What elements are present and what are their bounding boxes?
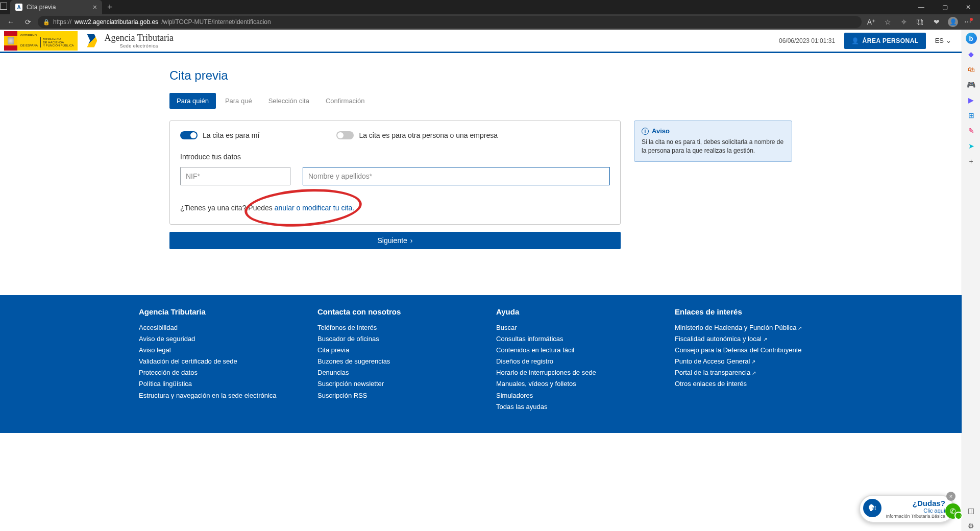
close-window-button[interactable]: ✕	[957, 0, 980, 14]
url-path: /wlpl/TOCP-MUTE/internet/identificacion	[161, 18, 271, 26]
browser-chrome: A Cita previa × + ― ▢ ✕ ← ⟳ 🔒 https://ww…	[0, 0, 980, 30]
address-bar[interactable]: 🔒 https://www2.agenciatributaria.gob.es/…	[38, 16, 862, 28]
url-host: www2.agenciatributaria.gob.es	[75, 18, 158, 26]
extensions-icon[interactable]: ❤	[929, 14, 944, 30]
tab-strip: A Cita previa × +	[10, 0, 118, 14]
window-controls: ― ▢ ✕	[910, 0, 980, 14]
tab-title: Cita previa	[27, 4, 89, 11]
browser-tab[interactable]: A Cita previa ×	[10, 0, 102, 14]
favicon-icon: A	[15, 4, 22, 11]
collections-icon[interactable]: ⿻	[913, 14, 928, 30]
refresh-button[interactable]: ⟳	[20, 14, 36, 30]
profile-icon[interactable]: 👤	[945, 14, 961, 30]
url-prefix: https://	[53, 18, 71, 26]
tab-actions-icon[interactable]	[0, 3, 7, 12]
menu-icon[interactable]: ⋯	[962, 14, 977, 30]
favorite-icon[interactable]: ☆	[880, 14, 895, 30]
favorites-bar-icon[interactable]: ✧	[896, 14, 912, 30]
new-tab-button[interactable]: +	[102, 2, 118, 13]
tab-close-icon[interactable]: ×	[93, 3, 97, 11]
minimize-button[interactable]: ―	[910, 0, 933, 14]
back-button[interactable]: ←	[3, 14, 18, 30]
lock-icon: 🔒	[43, 19, 50, 26]
maximize-button[interactable]: ▢	[933, 0, 957, 14]
browser-toolbar: ← ⟳ 🔒 https://www2.agenciatributaria.gob…	[0, 14, 980, 30]
read-aloud-icon[interactable]: A⁺	[864, 14, 879, 30]
titlebar: A Cita previa × + ― ▢ ✕	[0, 0, 980, 14]
